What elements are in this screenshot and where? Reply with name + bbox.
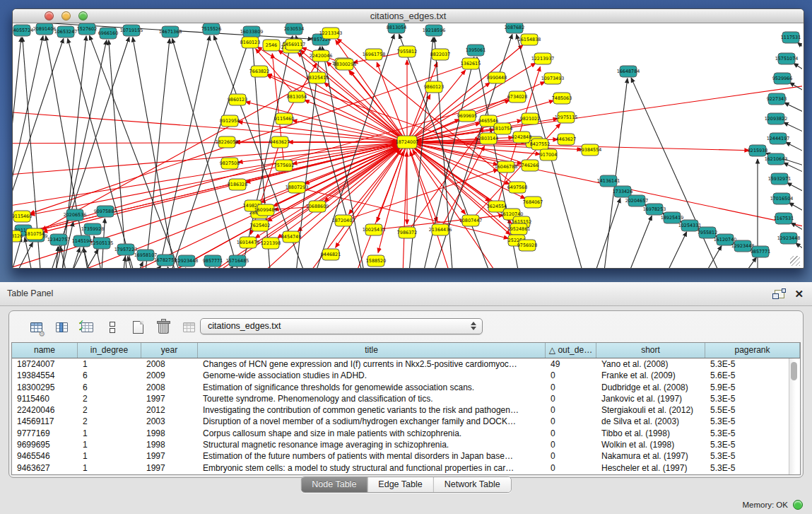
table-row[interactable]: 1830029562008Estimation of significance … [12,382,789,393]
new-table-button[interactable] [129,319,146,336]
graph-node[interactable]: 7684067 [523,197,543,208]
tab-node-table[interactable]: Node Table [301,477,367,492]
graph-node[interactable]: 8912954 [220,115,240,127]
graph-node[interactable]: 7955812 [397,46,417,57]
table-selector-dropdown[interactable]: citations_edges.txt [200,318,483,334]
graph-node[interactable]: 9821022 [520,113,540,124]
graph-node[interactable]: 16210643 [765,153,788,165]
table-row[interactable]: 946554611997Estimation of the future num… [12,450,789,462]
graph-node[interactable]: 9242848 [512,132,531,143]
graph-node[interactable]: 6497568 [507,182,527,193]
graph-node[interactable]: 17016504 [770,193,794,204]
graph-node[interactable]: 9860123 [228,94,247,105]
graph-node[interactable]: 16914479 [237,237,260,248]
graph-node[interactable]: 14136141 [597,175,620,187]
column-header-year[interactable]: year [141,343,198,358]
graph-node[interactable]: 17359928 [81,223,105,235]
graph-node[interactable]: 7986372 [397,227,417,238]
memory-status-indicator[interactable] [793,500,803,510]
float-panel-icon[interactable] [775,290,784,298]
graph-node[interactable]: 18720407 [332,215,355,226]
graph-node[interactable]: 7663822 [249,66,269,77]
graph-node[interactable]: 9115460 [274,113,294,124]
graph-node[interactable]: 9529966 [772,73,792,84]
table-row[interactable]: 977716911998Corpus callosum shape and si… [12,428,789,439]
graph-node[interactable]: 18325419 [306,72,329,83]
tab-edge-table[interactable]: Edge Table [367,477,433,492]
graph-node[interactable]: 90975887 [94,206,117,217]
graph-node[interactable]: 12975115 [555,112,578,123]
table-row[interactable]: 1938455462009Genome-wide association stu… [12,370,789,381]
graph-node[interactable]: 10973493 [541,73,565,84]
graph-node[interactable]: 20206536 [64,209,87,221]
graph-node[interactable]: 8160123 [240,37,260,48]
graph-node[interactable]: 16648784 [617,66,640,77]
graph-node[interactable]: 12342757 [47,234,71,245]
graph-node[interactable]: 9227343 [767,93,787,105]
column-header-in_degree[interactable]: in_degree [78,343,141,358]
table-row[interactable]: 1456911722003Disruption of a novel membe… [12,416,789,427]
graph-node[interactable]: 9857771 [751,246,770,257]
graph-node[interactable]: 21364436 [429,224,452,235]
table-settings-button[interactable]: ⚙ [28,319,45,336]
graph-node[interactable]: 12444197 [767,133,790,144]
graph-node[interactable]: 8427552 [530,139,550,150]
delete-table-button[interactable] [155,319,172,336]
graph-node[interactable]: 10719155 [120,25,143,36]
graph-node[interactable]: 8822037 [430,49,450,60]
graph-node[interactable]: 8813054 [287,91,307,103]
graph-node[interactable]: 1221398 [261,238,281,249]
table-row[interactable]: 911546021997Tourette syndrome. Phenomeno… [12,393,789,404]
graph-node[interactable]: 917004 [540,149,557,160]
graph-node[interactable]: 12213343 [319,28,343,39]
graph-node[interactable]: 19524861 [507,223,531,235]
graph-node[interactable]: 14055724 [13,25,33,36]
graph-hub-node[interactable]: 18724007 [396,136,419,148]
graph-node[interactable]: 10807447 [459,215,483,226]
graph-node[interactable]: 2718126 [13,230,23,242]
graph-node[interactable]: 746266 [522,160,539,171]
graph-node[interactable]: 1810754 [493,123,512,134]
graph-node[interactable]: 12505135 [90,238,114,249]
graph-node[interactable]: 18300295 [334,59,357,70]
column-header-name[interactable]: name [12,343,78,358]
graph-node[interactable]: 1588520 [366,255,386,267]
graph-node[interactable]: 1145194 [72,235,92,247]
graph-node[interactable]: 6734028 [507,91,527,103]
graph-node[interactable]: 12213937 [531,53,555,64]
graph-node[interactable]: 7515526 [201,23,221,35]
graph-node[interactable]: 16782759 [154,255,177,266]
graph-node[interactable]: 10653247 [54,26,78,37]
graph-node[interactable]: 22420046 [310,50,333,62]
graph-node[interactable]: 2087682 [505,23,524,33]
column-visibility-button[interactable] [104,319,121,336]
graph-node[interactable]: 14671368 [159,26,182,37]
graph-node[interactable]: 1395061 [466,45,486,56]
graph-node[interactable]: 12923448 [777,233,801,244]
graph-node[interactable]: 9446821 [321,249,341,260]
table-row[interactable]: 2242004622012Investigating the contribut… [12,404,789,416]
show-column-button[interactable] [53,319,70,336]
graph-node[interactable]: 8215938 [748,145,767,156]
graph-node[interactable]: 16961758 [363,49,386,60]
graph-node[interactable]: 9699695 [457,110,477,122]
graph-node[interactable]: 8186328 [228,179,247,190]
network-canvas[interactable]: 1405572420891406106532471527602696616010… [13,23,802,268]
vertical-scrollbar[interactable] [789,358,800,474]
graph-node[interactable]: 16033809 [240,26,264,37]
graph-node[interactable]: 8813054 [387,23,406,33]
table-row[interactable]: 946362711997Embryonic stem cells: a mode… [12,462,789,474]
graph-node[interactable]: 20891406 [33,23,57,35]
graph-node[interactable]: 19218596 [423,25,446,36]
graph-node[interactable]: 8454749 [281,231,301,243]
graph-node[interactable]: 15932971 [768,173,792,185]
column-header-out_degree[interactable]: △ out_de… [546,343,596,358]
graph-node[interactable]: 1362615 [461,58,481,69]
window-resize-grip[interactable] [790,256,800,266]
graph-node[interactable]: 9115460 [13,211,32,222]
table-row[interactable]: 969969511998Structural magnetic resonanc… [12,439,789,450]
column-header-title[interactable]: title [198,343,546,358]
graph-node[interactable]: 12093822 [765,113,788,124]
graph-node[interactable]: 18807293 [286,182,309,193]
graph-node[interactable]: 7575692 [274,160,294,171]
